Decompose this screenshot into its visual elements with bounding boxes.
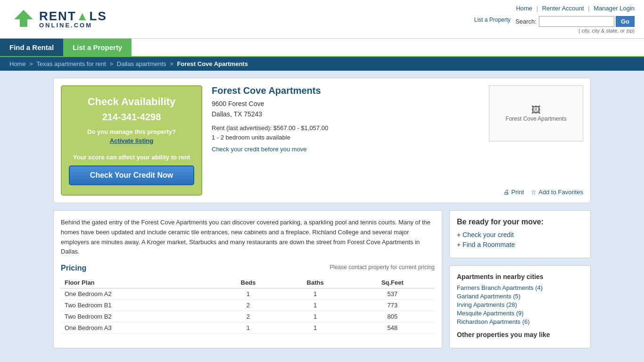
property-details-panel: Forest Cove Apartments 9600 Forest Cove … (212, 85, 479, 196)
nearby-link[interactable]: Richardson Apartments (6) (457, 318, 583, 325)
credit-score-text: Your score can affect your ability to re… (69, 154, 194, 161)
print-link[interactable]: 🖨 Print (504, 189, 524, 196)
table-header-row: Floor Plan Beds Baths Sq.Feet (61, 277, 435, 288)
list-property-button[interactable]: List a Property (63, 39, 132, 56)
logo-text: RENT▲LS ONLINE.COM (39, 10, 107, 28)
find-roommate-link[interactable]: Find a Roommate (462, 241, 515, 248)
address-line2: Dallas, TX 75243 (212, 110, 262, 118)
other-properties-title: Other properties you may like (457, 331, 583, 338)
favorites-link[interactable]: ☆ Add to Favorites (531, 189, 583, 196)
check-credit-item: + Check your credit (457, 231, 583, 239)
cell-plan: One Bedroom A2 (61, 288, 216, 300)
favorites-label: Add to Favorites (538, 189, 583, 196)
property-card: Check Availability 214-341-4298 Do you m… (53, 78, 591, 203)
logo-icon (9, 6, 38, 32)
address-line1: 9600 Forest Cove (212, 100, 264, 107)
table-row: One Bedroom A211537 (61, 288, 435, 300)
property-name: Forest Cove Apartments (212, 85, 479, 96)
cell-sqft: 773 (350, 300, 435, 311)
header-right: Home | Renter Account | Manager Login Li… (474, 5, 635, 33)
col-sqft: Sq.Feet (350, 277, 435, 288)
move-ready-box: Be ready for your move: + Check your cre… (449, 210, 591, 258)
description-panel: Behind the gated entry of the Forest Cov… (53, 210, 442, 348)
search-input[interactable] (539, 16, 614, 27)
activate-listing-link[interactable]: Activate listing (110, 137, 153, 144)
check-credit-sidebar-link[interactable]: Check your credit (462, 231, 514, 239)
card-actions: 🖨 Print ☆ Add to Favorites (504, 189, 583, 196)
svg-rect-3 (20, 14, 23, 17)
find-rental-button[interactable]: Find a Rental (0, 39, 63, 56)
check-availability-box: Check Availability 214-341-4298 Do you m… (61, 85, 202, 196)
cell-beds: 2 (216, 311, 280, 322)
cell-sqft: 805 (350, 311, 435, 322)
cell-baths: 1 (280, 288, 350, 300)
image-caption: Forest Cove Apartments (505, 115, 566, 122)
top-nav: Home | Renter Account | Manager Login (474, 5, 635, 12)
breadcrumb-dallas[interactable]: Dallas apartments (117, 60, 166, 67)
svg-rect-1 (20, 19, 27, 27)
property-image-area: 🖼 Forest Cove Apartments (489, 85, 583, 196)
breadcrumb-texas[interactable]: Texas apartments for rent (37, 60, 106, 67)
cell-baths: 1 (280, 322, 350, 334)
cell-baths: 1 (280, 311, 350, 322)
credit-check-link[interactable]: Check your credit before you move (212, 146, 307, 153)
pricing-table-body: One Bedroom A211537Two Bedroom B121773Tw… (61, 288, 435, 334)
go-button[interactable]: Go (616, 16, 635, 27)
search-label: Search: (515, 18, 537, 25)
col-baths: Baths (280, 277, 350, 288)
breadcrumb-current: Forest Cove Apartments (177, 60, 248, 67)
image-icon: 🖼 (531, 105, 541, 115)
col-floor-plan: Floor Plan (61, 277, 216, 288)
breadcrumb-home[interactable]: Home (9, 60, 26, 67)
check-availability-title: Check Availability (69, 96, 194, 108)
cell-plan: Two Bedroom B1 (61, 300, 216, 311)
header: RENT▲LS ONLINE.COM Home | Renter Account… (0, 0, 644, 39)
manager-login-link[interactable]: Manager Login (594, 5, 635, 12)
pricing-title: Pricing (61, 264, 86, 272)
manage-property-text: Do you manage this property? (69, 128, 194, 135)
nearby-link[interactable]: Irving Apartments (28) (457, 301, 583, 308)
find-roommate-item: + Find a Roommate (457, 241, 583, 248)
star-icon: ☆ (531, 189, 537, 196)
nearby-link[interactable]: Farmers Branch Apartments (4) (457, 284, 583, 291)
table-row: Two Bedroom B221805 (61, 311, 435, 322)
property-image: 🖼 Forest Cove Apartments (489, 85, 583, 141)
nearby-link[interactable]: Garland Apartments (5) (457, 293, 583, 300)
left-panel: Check Availability 214-341-4298 Do you m… (61, 85, 202, 196)
col-beds: Beds (216, 277, 280, 288)
cell-plan: Two Bedroom B2 (61, 311, 216, 322)
cell-baths: 1 (280, 300, 350, 311)
cell-sqft: 548 (350, 322, 435, 334)
nearby-links: Farmers Branch Apartments (4)Garland Apa… (457, 284, 583, 325)
table-row: One Bedroom A311548 (61, 322, 435, 334)
cell-plan: One Bedroom A3 (61, 322, 216, 334)
pricing-table: Floor Plan Beds Baths Sq.Feet One Bedroo… (61, 277, 435, 334)
phone-number: 214-341-4298 (69, 112, 194, 123)
renter-account-link[interactable]: Renter Account (542, 5, 584, 12)
print-icon: 🖨 (504, 189, 510, 196)
cell-beds: 1 (216, 322, 280, 334)
cell-beds: 1 (216, 288, 280, 300)
logo-als: LS (90, 9, 107, 23)
print-label: Print (512, 189, 524, 196)
bedroom-info: 1 - 2 bedroom units available (212, 134, 479, 141)
list-property-header-link[interactable]: List a Property (474, 16, 511, 23)
nearby-box: Apartments in nearby cities Farmers Bran… (449, 265, 591, 348)
rent-info: Rent (last advertised): $567.00 - $1,057… (212, 124, 479, 132)
check-credit-button[interactable]: Check Your Credit Now (69, 165, 194, 185)
pricing-note: Please contact property for current pric… (330, 264, 435, 271)
search-area: Search: Go (515, 16, 635, 27)
table-row: Two Bedroom B121773 (61, 300, 435, 311)
lower-section: Behind the gated entry of the Forest Cov… (53, 210, 591, 348)
breadcrumb: Home > Texas apartments for rent > Dalla… (0, 57, 644, 71)
nearby-link[interactable]: Mesquite Apartments (9) (457, 310, 583, 317)
cell-sqft: 537 (350, 288, 435, 300)
description-text: Behind the gated entry of the Forest Cov… (61, 218, 435, 257)
logo-rentals: RENT (39, 9, 76, 23)
sidebar-panel: Be ready for your move: + Check your cre… (449, 210, 591, 348)
logo-roof-letter: ▲ (76, 9, 90, 23)
property-address: 9600 Forest Cove Dallas, TX 75243 (212, 99, 479, 120)
main-content: Check Availability 214-341-4298 Do you m… (49, 78, 595, 348)
home-link[interactable]: Home (516, 5, 532, 12)
search-hint: ( city, city & state, or zip) (474, 28, 635, 33)
